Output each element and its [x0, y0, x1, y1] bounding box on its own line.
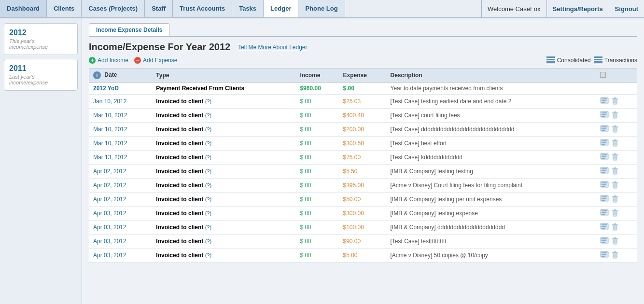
- delete-icon[interactable]: [611, 223, 619, 232]
- help-question[interactable]: (?): [205, 238, 211, 244]
- svg-rect-113: [614, 251, 616, 252]
- nav-tab-staff[interactable]: Staff: [145, 0, 173, 17]
- row-expense: $400.40: [339, 109, 387, 123]
- row-description: [IMB & Company] ddddddddddddddddddddd: [387, 221, 596, 235]
- help-question[interactable]: (?): [205, 196, 211, 202]
- nav-tab-trust-accounts[interactable]: Trust Accounts: [173, 0, 232, 17]
- add-income-button[interactable]: + Add Income: [89, 57, 128, 64]
- help-question[interactable]: (?): [205, 168, 211, 174]
- svg-rect-99: [602, 238, 607, 239]
- row-date[interactable]: Mar 10, 2012: [89, 109, 153, 123]
- nav-tab-cases[interactable]: Cases (Projects): [82, 0, 145, 17]
- edit-icon[interactable]: [600, 181, 609, 190]
- edit-icon[interactable]: [600, 223, 609, 232]
- edit-icon[interactable]: [600, 111, 609, 120]
- edit-icon[interactable]: [600, 251, 609, 260]
- row-description: [IMB & Company] testing testing: [387, 165, 596, 179]
- help-question[interactable]: (?): [205, 154, 211, 160]
- edit-icon[interactable]: [600, 153, 609, 162]
- row-expense: $50.00: [339, 193, 387, 207]
- col-header-type: Type: [152, 69, 296, 83]
- help-question[interactable]: (?): [205, 140, 211, 146]
- row-date[interactable]: Apr 03, 2012: [89, 235, 153, 249]
- help-question[interactable]: (?): [205, 182, 211, 188]
- row-date[interactable]: Apr 02, 2012: [89, 179, 153, 193]
- row-date[interactable]: Mar 13, 2012: [89, 151, 153, 165]
- top-navigation: Dashboard Clients Cases (Projects) Staff…: [0, 0, 644, 18]
- settings-reports-link[interactable]: Settings/Reports: [546, 0, 609, 17]
- row-date[interactable]: Apr 03, 2012: [89, 221, 153, 235]
- nav-tab-ledger[interactable]: Ledger: [264, 0, 298, 17]
- row-type: Invoiced to client (?): [152, 179, 296, 193]
- row-income: $.00: [296, 165, 339, 179]
- tell-me-more-link[interactable]: Tell Me More About Ledger: [238, 44, 307, 51]
- edit-icon[interactable]: [600, 167, 609, 176]
- delete-icon[interactable]: [611, 251, 619, 260]
- delete-icon[interactable]: [611, 181, 619, 190]
- delete-icon[interactable]: [611, 153, 619, 162]
- row-type: Invoiced to client (?): [152, 165, 296, 179]
- sidebar-year-2012-label[interactable]: 2012: [9, 28, 72, 37]
- svg-rect-57: [613, 169, 617, 174]
- row-date[interactable]: Mar 10, 2012: [89, 137, 153, 151]
- row-date[interactable]: Mar 10, 2012: [89, 123, 153, 137]
- row-description: [IMB & Company] testing per unit expense…: [387, 193, 596, 207]
- edit-icon[interactable]: [600, 97, 609, 106]
- delete-icon[interactable]: [611, 97, 619, 106]
- help-question[interactable]: (?): [205, 210, 211, 216]
- svg-rect-18: [602, 112, 607, 113]
- help-question[interactable]: (?): [205, 126, 211, 132]
- add-expense-button[interactable]: − Add Expense: [134, 57, 177, 64]
- nav-tab-phone-log[interactable]: Phone Log: [298, 0, 345, 17]
- row-description: [Test Case] testing earliest date and en…: [387, 95, 596, 109]
- delete-icon[interactable]: [611, 209, 619, 218]
- svg-rect-112: [612, 252, 618, 253]
- svg-rect-91: [602, 226, 606, 227]
- sidebar-year-2011-label[interactable]: 2011: [9, 64, 72, 73]
- help-question[interactable]: (?): [205, 224, 211, 230]
- row-date[interactable]: Apr 03, 2012: [89, 249, 153, 263]
- scroll-icon[interactable]: [600, 72, 606, 78]
- row-date[interactable]: Jan 10, 2012: [89, 95, 153, 109]
- row-date[interactable]: Apr 02, 2012: [89, 165, 153, 179]
- row-type: Payment Received From Clients: [152, 83, 296, 95]
- table-header-row: i Date Type Income Expense Description: [89, 69, 637, 83]
- row-date[interactable]: 2012 YoD: [89, 83, 153, 95]
- row-description: [Test Case] kdddddddddddd: [387, 151, 596, 165]
- nav-tab-tasks[interactable]: Tasks: [232, 0, 264, 17]
- delete-icon[interactable]: [611, 139, 619, 148]
- row-income: $.00: [296, 249, 339, 263]
- edit-icon[interactable]: [600, 125, 609, 134]
- nav-tab-clients[interactable]: Clients: [47, 0, 82, 17]
- svg-rect-46: [602, 156, 606, 157]
- help-question[interactable]: (?): [205, 98, 211, 104]
- row-date[interactable]: Apr 03, 2012: [89, 207, 153, 221]
- consolidated-view-button[interactable]: Consolidated: [546, 56, 591, 64]
- row-expense: $90.00: [339, 235, 387, 249]
- signout-link[interactable]: Signout: [609, 0, 644, 17]
- edit-icon[interactable]: [600, 139, 609, 148]
- row-type: Invoiced to client (?): [152, 249, 296, 263]
- nav-tab-dashboard[interactable]: Dashboard: [0, 0, 47, 17]
- info-icon[interactable]: i: [93, 71, 101, 79]
- svg-rect-45: [602, 154, 607, 155]
- help-question[interactable]: (?): [205, 112, 211, 118]
- edit-icon[interactable]: [600, 209, 609, 218]
- transactions-view-button[interactable]: Transactions: [594, 56, 637, 64]
- row-description: [Test Case] best effort: [387, 137, 596, 151]
- delete-icon[interactable]: [611, 237, 619, 246]
- delete-icon[interactable]: [611, 111, 619, 120]
- delete-icon[interactable]: [611, 167, 619, 176]
- table-row: 2012 YoD Payment Received From Clients $…: [89, 83, 637, 95]
- edit-icon[interactable]: [600, 195, 609, 204]
- delete-icon[interactable]: [611, 195, 619, 204]
- sidebar-year-2011[interactable]: 2011 Last year's income/expense: [4, 59, 78, 91]
- edit-icon[interactable]: [600, 237, 609, 246]
- svg-rect-102: [613, 239, 617, 244]
- table-row: Mar 10, 2012 Invoiced to client (?) $.00…: [89, 137, 637, 151]
- delete-icon[interactable]: [611, 125, 619, 134]
- tab-income-expense-details[interactable]: Income Expense Details: [89, 23, 169, 36]
- row-date[interactable]: Apr 02, 2012: [89, 193, 153, 207]
- sidebar-year-2012[interactable]: 2012 This year's income/expense: [4, 23, 78, 55]
- help-question[interactable]: (?): [205, 252, 211, 258]
